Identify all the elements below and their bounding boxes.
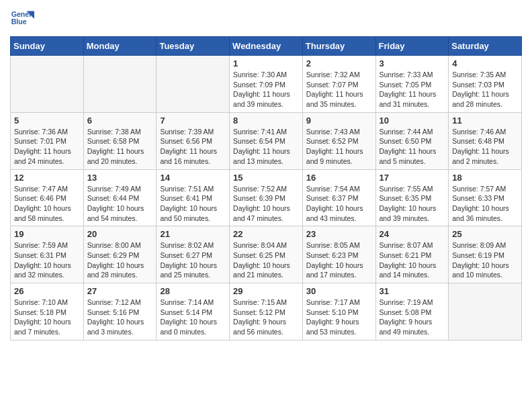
calendar-week-2: 5Sunrise: 7:36 AM Sunset: 7:01 PM Daylig…: [11, 112, 522, 169]
calendar-cell: 25Sunrise: 8:09 AM Sunset: 6:19 PM Dayli…: [449, 226, 522, 283]
calendar-cell: 18Sunrise: 7:57 AM Sunset: 6:33 PM Dayli…: [449, 169, 522, 226]
weekday-header-friday: Friday: [375, 37, 449, 56]
day-number: 29: [233, 286, 299, 296]
day-info: Sunrise: 7:44 AM Sunset: 6:50 PM Dayligh…: [380, 127, 445, 167]
day-number: 19: [14, 229, 80, 239]
day-info: Sunrise: 7:36 AM Sunset: 7:01 PM Dayligh…: [14, 127, 80, 167]
day-number: 11: [452, 116, 518, 126]
day-info: Sunrise: 7:35 AM Sunset: 7:03 PM Dayligh…: [452, 70, 518, 109]
page-container: General Blue SundayMondayTuesdayWednesda…: [0, 0, 532, 351]
day-info: Sunrise: 8:04 AM Sunset: 6:25 PM Dayligh…: [233, 240, 299, 280]
weekday-header-wednesday: Wednesday: [230, 37, 303, 56]
day-info: Sunrise: 7:39 AM Sunset: 6:56 PM Dayligh…: [160, 127, 226, 167]
calendar-cell: 22Sunrise: 8:04 AM Sunset: 6:25 PM Dayli…: [230, 226, 303, 283]
day-info: Sunrise: 8:05 AM Sunset: 6:23 PM Dayligh…: [306, 240, 372, 280]
weekday-header-sunday: Sunday: [11, 37, 84, 56]
day-info: Sunrise: 7:57 AM Sunset: 6:33 PM Dayligh…: [452, 184, 518, 224]
calendar-cell: 2Sunrise: 7:32 AM Sunset: 7:07 PM Daylig…: [302, 56, 375, 113]
day-number: 22: [233, 229, 299, 239]
day-info: Sunrise: 7:33 AM Sunset: 7:05 PM Dayligh…: [380, 70, 445, 109]
calendar-cell: 9Sunrise: 7:43 AM Sunset: 6:52 PM Daylig…: [302, 112, 375, 169]
day-number: 13: [87, 173, 153, 183]
day-number: 18: [452, 173, 518, 183]
day-number: 25: [452, 229, 518, 239]
calendar-cell: [11, 56, 84, 113]
calendar-cell: 13Sunrise: 7:49 AM Sunset: 6:44 PM Dayli…: [83, 169, 157, 226]
day-info: Sunrise: 8:07 AM Sunset: 6:21 PM Dayligh…: [380, 240, 445, 280]
day-info: Sunrise: 7:32 AM Sunset: 7:07 PM Dayligh…: [306, 70, 372, 109]
calendar-cell: [157, 56, 230, 113]
day-number: 28: [160, 286, 226, 296]
calendar-week-5: 26Sunrise: 7:10 AM Sunset: 5:18 PM Dayli…: [11, 283, 522, 340]
logo-icon: General Blue: [10, 7, 34, 31]
day-info: Sunrise: 7:46 AM Sunset: 6:48 PM Dayligh…: [452, 127, 518, 167]
day-info: Sunrise: 7:55 AM Sunset: 6:35 PM Dayligh…: [380, 184, 445, 224]
day-number: 3: [380, 58, 445, 68]
calendar-cell: 24Sunrise: 8:07 AM Sunset: 6:21 PM Dayli…: [375, 226, 449, 283]
day-number: 10: [380, 116, 445, 126]
day-number: 17: [380, 173, 445, 183]
header: General Blue: [10, 7, 522, 31]
logo: General Blue: [10, 7, 34, 31]
day-info: Sunrise: 8:00 AM Sunset: 6:29 PM Dayligh…: [87, 240, 153, 280]
calendar-cell: 31Sunrise: 7:19 AM Sunset: 5:08 PM Dayli…: [375, 283, 449, 340]
calendar-cell: 10Sunrise: 7:44 AM Sunset: 6:50 PM Dayli…: [375, 112, 449, 169]
day-number: 4: [452, 58, 518, 68]
day-info: Sunrise: 7:59 AM Sunset: 6:31 PM Dayligh…: [14, 240, 80, 280]
weekday-header-thursday: Thursday: [302, 37, 375, 56]
day-info: Sunrise: 7:41 AM Sunset: 6:54 PM Dayligh…: [233, 127, 299, 167]
svg-text:Blue: Blue: [11, 17, 27, 26]
day-info: Sunrise: 7:52 AM Sunset: 6:39 PM Dayligh…: [233, 184, 299, 224]
day-number: 23: [306, 229, 372, 239]
calendar-cell: [83, 56, 157, 113]
calendar-cell: 27Sunrise: 7:12 AM Sunset: 5:16 PM Dayli…: [83, 283, 157, 340]
weekday-header-tuesday: Tuesday: [157, 37, 230, 56]
calendar-table: SundayMondayTuesdayWednesdayThursdayFrid…: [10, 36, 522, 340]
weekday-header-monday: Monday: [83, 37, 157, 56]
day-number: 12: [14, 173, 80, 183]
calendar-cell: 30Sunrise: 7:17 AM Sunset: 5:10 PM Dayli…: [302, 283, 375, 340]
day-info: Sunrise: 7:12 AM Sunset: 5:16 PM Dayligh…: [87, 298, 153, 337]
calendar-cell: 6Sunrise: 7:38 AM Sunset: 6:58 PM Daylig…: [83, 112, 157, 169]
calendar-week-3: 12Sunrise: 7:47 AM Sunset: 6:46 PM Dayli…: [11, 169, 522, 226]
weekday-header-saturday: Saturday: [449, 37, 522, 56]
day-info: Sunrise: 7:43 AM Sunset: 6:52 PM Dayligh…: [306, 127, 372, 167]
calendar-cell: 16Sunrise: 7:54 AM Sunset: 6:37 PM Dayli…: [302, 169, 375, 226]
day-number: 20: [87, 229, 153, 239]
calendar-cell: 7Sunrise: 7:39 AM Sunset: 6:56 PM Daylig…: [157, 112, 230, 169]
day-number: 1: [233, 58, 299, 68]
day-info: Sunrise: 7:38 AM Sunset: 6:58 PM Dayligh…: [87, 127, 153, 167]
day-number: 6: [87, 116, 153, 126]
day-number: 14: [160, 173, 226, 183]
day-number: 24: [380, 229, 445, 239]
calendar-cell: 29Sunrise: 7:15 AM Sunset: 5:12 PM Dayli…: [230, 283, 303, 340]
calendar-cell: 15Sunrise: 7:52 AM Sunset: 6:39 PM Dayli…: [230, 169, 303, 226]
day-info: Sunrise: 7:47 AM Sunset: 6:46 PM Dayligh…: [14, 184, 80, 224]
calendar-cell: 26Sunrise: 7:10 AM Sunset: 5:18 PM Dayli…: [11, 283, 84, 340]
calendar-week-4: 19Sunrise: 7:59 AM Sunset: 6:31 PM Dayli…: [11, 226, 522, 283]
calendar-cell: 11Sunrise: 7:46 AM Sunset: 6:48 PM Dayli…: [449, 112, 522, 169]
day-number: 16: [306, 173, 372, 183]
day-info: Sunrise: 7:10 AM Sunset: 5:18 PM Dayligh…: [14, 298, 80, 337]
calendar-cell: 4Sunrise: 7:35 AM Sunset: 7:03 PM Daylig…: [449, 56, 522, 113]
calendar-cell: 23Sunrise: 8:05 AM Sunset: 6:23 PM Dayli…: [302, 226, 375, 283]
calendar-cell: 19Sunrise: 7:59 AM Sunset: 6:31 PM Dayli…: [11, 226, 84, 283]
day-info: Sunrise: 8:09 AM Sunset: 6:19 PM Dayligh…: [452, 240, 518, 280]
day-number: 31: [380, 286, 445, 296]
day-number: 15: [233, 173, 299, 183]
day-number: 5: [14, 116, 80, 126]
day-number: 8: [233, 116, 299, 126]
day-info: Sunrise: 7:51 AM Sunset: 6:41 PM Dayligh…: [160, 184, 226, 224]
day-number: 2: [306, 58, 372, 68]
calendar-cell: [449, 283, 522, 340]
day-number: 7: [160, 116, 226, 126]
day-number: 9: [306, 116, 372, 126]
day-info: Sunrise: 7:19 AM Sunset: 5:08 PM Dayligh…: [380, 298, 445, 337]
calendar-week-1: 1Sunrise: 7:30 AM Sunset: 7:09 PM Daylig…: [11, 56, 522, 113]
day-info: Sunrise: 7:49 AM Sunset: 6:44 PM Dayligh…: [87, 184, 153, 224]
day-info: Sunrise: 7:54 AM Sunset: 6:37 PM Dayligh…: [306, 184, 372, 224]
weekday-header-row: SundayMondayTuesdayWednesdayThursdayFrid…: [11, 37, 522, 56]
day-number: 27: [87, 286, 153, 296]
calendar-cell: 20Sunrise: 8:00 AM Sunset: 6:29 PM Dayli…: [83, 226, 157, 283]
day-info: Sunrise: 8:02 AM Sunset: 6:27 PM Dayligh…: [160, 240, 226, 280]
